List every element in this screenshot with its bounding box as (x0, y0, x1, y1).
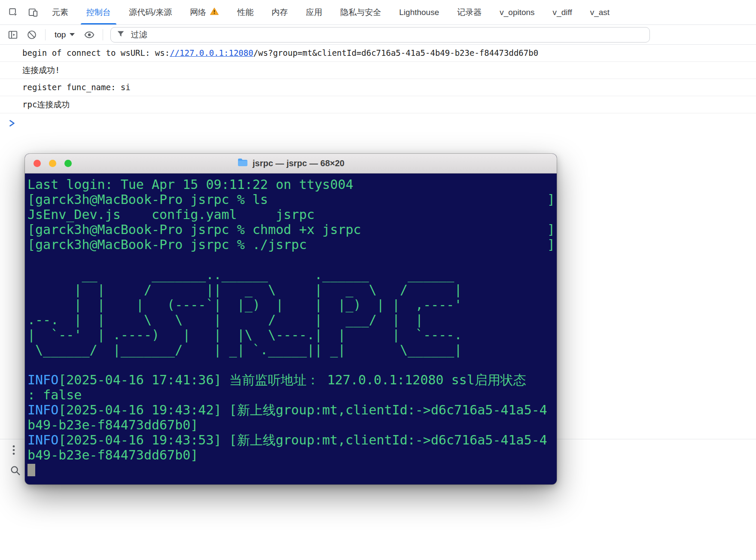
terminal-text: INFO (27, 372, 58, 387)
terminal-text: JsEnv_Dev.js config.yaml jsrpc (27, 207, 314, 222)
tab-label: 内存 (271, 7, 288, 18)
inspect-cursor-icon (8, 7, 19, 18)
terminal-line: [garck3h@MacBook-Pro jsrpc % ls ] (27, 192, 555, 207)
tab-recorder[interactable]: 记录器 (448, 0, 491, 24)
tab-label: 网络 (190, 7, 206, 18)
console-message-text: /ws?group=mt&clientId=d6c716a5-41a5-4b49… (253, 48, 538, 58)
console-message-text: begin of connect to wsURL: ws: (22, 48, 170, 58)
terminal-text: : false (27, 387, 82, 402)
terminal-line: __ _______..______ .______ ______ (27, 267, 555, 282)
terminal-text: __ _______..______ .______ ______ (27, 267, 462, 282)
terminal-line: b49-b23e-f84473dd67b0] (27, 447, 555, 463)
terminal-cursor (27, 464, 35, 476)
tab-v-diff[interactable]: v_diff (544, 0, 581, 24)
traffic-lights (34, 154, 72, 173)
tab-label: Lighthouse (399, 8, 439, 17)
tab-memory[interactable]: 内存 (262, 0, 297, 24)
tab-v-ast[interactable]: v_ast (581, 0, 619, 24)
live-expression-button[interactable] (80, 26, 99, 43)
terminal-line: b49-b23e-f84473dd67b0] (27, 417, 555, 432)
tab-v-opitons[interactable]: v_opitons (491, 0, 543, 24)
terminal-text: INFO (27, 432, 58, 447)
clear-console-button[interactable] (22, 26, 41, 43)
console-message: begin of connect to wsURL: ws://127.0.0.… (0, 45, 756, 62)
devtools-tabbar: 元素控制台源代码/来源网络性能内存应用隐私与安全Lighthouse记录器v_o… (0, 0, 756, 25)
close-button[interactable] (34, 160, 41, 167)
minimize-button[interactable] (49, 160, 56, 167)
terminal-text: [2025-04-16 19:43:42] [新上线group:mt,clien… (58, 402, 547, 417)
terminal-text: [2025-04-16 19:43:53] [新上线group:mt,clien… (58, 432, 547, 447)
terminal-line: INFO[2025-04-16 19:43:53] [新上线group:mt,c… (27, 432, 555, 447)
terminal-window: jsrpc — jsrpc — 68×20 Last login: Tue Ap… (25, 154, 557, 484)
tab-sources[interactable]: 源代码/来源 (120, 0, 181, 24)
tab-label: 隐私与安全 (340, 7, 381, 18)
terminal-line: Last login: Tue Apr 15 09:11:22 on ttys0… (27, 177, 555, 192)
terminal-line: INFO[2025-04-16 19:43:42] [新上线group:mt,c… (27, 402, 555, 417)
tab-label: v_ast (590, 8, 610, 17)
terminal-text: Last login: Tue Apr 15 09:11:22 on ttys0… (27, 177, 354, 192)
terminal-line (27, 463, 555, 478)
terminal-title: jsrpc — jsrpc — 68×20 (237, 158, 344, 169)
terminal-text: | | | (----`| |_) | | |_) | | ,----' (27, 297, 462, 312)
terminal-titlebar[interactable]: jsrpc — jsrpc — 68×20 (25, 154, 557, 173)
javascript-context-selector[interactable]: top (49, 30, 80, 40)
inspect-element-button[interactable] (3, 3, 23, 22)
tab-lighthouse[interactable]: Lighthouse (390, 0, 448, 24)
console-filter-box[interactable] (110, 27, 650, 43)
context-label: top (55, 30, 66, 40)
more-options-button[interactable] (4, 442, 23, 460)
filter-funnel-icon (116, 29, 125, 40)
tab-label: v_diff (553, 8, 572, 17)
console-message-link[interactable]: //127.0.0.1:12080 (170, 48, 253, 58)
terminal-text: .--. | | \ \ | / | ___/ | | (27, 312, 462, 327)
terminal-title-text: jsrpc — jsrpc — 68×20 (253, 158, 344, 168)
tab-label: 元素 (52, 7, 68, 18)
tab-network[interactable]: 网络 (181, 0, 228, 24)
console-messages: begin of connect to wsURL: ws://127.0.0.… (0, 45, 756, 113)
tab-label: 应用 (306, 7, 322, 18)
device-toolbar-button[interactable] (23, 3, 43, 22)
terminal-text: [garck3h@MacBook-Pro jsrpc % chmod +x js… (27, 222, 555, 237)
console-message: register func_name: si (0, 79, 756, 96)
terminal-text: INFO (27, 402, 58, 417)
console-filter-input[interactable] (130, 30, 644, 40)
maximize-button[interactable] (64, 160, 72, 167)
network-warning-icon (210, 7, 219, 18)
terminal-line: INFO[2025-04-16 17:41:36] 当前监听地址： 127.0.… (27, 372, 555, 387)
folder-icon (237, 158, 248, 169)
tab-label: 记录器 (457, 7, 482, 18)
search-icon (9, 465, 21, 478)
tab-privacy-security[interactable]: 隐私与安全 (331, 0, 390, 24)
tab-label: 性能 (237, 7, 253, 18)
terminal-line: [garck3h@MacBook-Pro jsrpc % ./jsrpc ] (27, 237, 555, 252)
terminal-line: JsEnv_Dev.js config.yaml jsrpc (27, 207, 555, 222)
console-message: 连接成功! (0, 62, 756, 79)
toolbar-divider (45, 29, 46, 40)
device-toolbar-icon (27, 7, 39, 18)
tab-label: 源代码/来源 (129, 7, 172, 18)
terminal-line (27, 357, 555, 372)
slashed-circle-icon (26, 29, 37, 40)
terminal-text: | | / || _ \ | _ \ / | (27, 282, 462, 297)
eye-icon (84, 29, 95, 40)
terminal-line: | | / || _ \ | _ \ / | (27, 282, 555, 297)
terminal-line: [garck3h@MacBook-Pro jsrpc % chmod +x js… (27, 222, 555, 237)
console-toolbar: top (0, 25, 756, 45)
console-sidebar-button[interactable] (3, 26, 22, 43)
terminal-line: \______/ |_______/ | _| `._____|| _| \__… (27, 342, 555, 357)
tab-console[interactable]: 控制台 (77, 0, 120, 24)
terminal-text: [garck3h@MacBook-Pro jsrpc % ls ] (27, 192, 555, 207)
terminal-line: .--. | | \ \ | / | ___/ | | (27, 312, 555, 327)
console-prompt[interactable] (0, 113, 756, 129)
tab-elements[interactable]: 元素 (43, 0, 77, 24)
terminal-text: | `--' | .----) | | |\ \----.| | | `----… (27, 327, 462, 342)
tab-application[interactable]: 应用 (297, 0, 331, 24)
search-button[interactable] (6, 463, 25, 480)
console-message: rpc连接成功 (0, 96, 756, 113)
devtools-tabs: 元素控制台源代码/来源网络性能内存应用隐私与安全Lighthouse记录器v_o… (43, 0, 619, 24)
terminal-line (27, 252, 555, 267)
chevron-down-icon (70, 33, 75, 36)
tab-performance[interactable]: 性能 (228, 0, 262, 24)
tab-label: v_opitons (500, 8, 534, 17)
terminal-body[interactable]: Last login: Tue Apr 15 09:11:22 on ttys0… (25, 173, 557, 478)
